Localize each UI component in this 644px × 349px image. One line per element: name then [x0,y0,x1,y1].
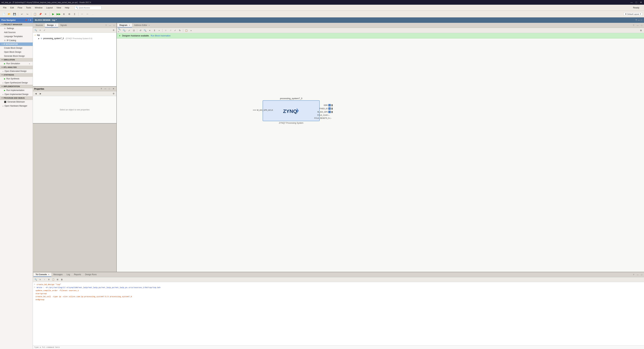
src-expand-btn[interactable]: ⤢ [42,28,46,32]
search-input[interactable] [79,7,99,9]
diag-question-icon[interactable]: ? [632,24,635,26]
nav-open-synthesized[interactable]: ▸ Open Synthesized Design [0,81,33,85]
section-project-manager-header[interactable]: ▼ PROJECT MANAGER [0,23,33,26]
sources-minimize-icon[interactable]: — [108,24,112,26]
tcl-select-all-btn[interactable]: ⊞ [56,278,59,281]
tab-signals[interactable]: Signals [58,23,69,27]
menu-window[interactable]: Window [33,6,44,10]
bd-minimize-icon[interactable]: — [638,19,640,21]
diag-fit-btn[interactable]: ⤢ [127,28,131,32]
tcl-clear-btn[interactable]: 🗑 [60,278,64,281]
layout-selector[interactable]: ⊞ Default Layout ▾ [624,13,643,16]
bd-maximize-icon[interactable]: □ [641,19,642,21]
diag-auto-connect-btn[interactable]: ↻ [178,28,182,32]
cut-btn[interactable]: ✂ [80,12,84,17]
tree-root[interactable]: ⚠ top [33,33,116,37]
tab-tcl-close[interactable]: ✕ [48,274,49,275]
delete-btn[interactable]: ✕ [43,12,48,17]
src-filter-btn[interactable]: ≡ [38,28,42,32]
question-icon[interactable]: ? [28,19,29,21]
tcl-up-btn[interactable]: ↑ [42,278,46,281]
copy-btn[interactable]: 📋 [32,12,37,17]
src-search-btn[interactable]: 🔍 [34,28,38,32]
new-btn[interactable]: 📄 [1,12,6,17]
tab-diagram[interactable]: Diagram ✕ [118,23,132,27]
menu-layout[interactable]: Layout [44,6,54,10]
section-synth-header[interactable]: ▼ SYNTHESIS [0,73,33,77]
tab-design[interactable]: Design ✕ [45,23,58,27]
nav-open-block-design[interactable]: Open Block Design [0,50,33,54]
nav-run-synthesis[interactable]: ▶ Run Synthesis [0,77,33,81]
tcl-maximize-icon[interactable]: □ [640,274,643,276]
nav-open-elaborated[interactable]: ▸ Open Elaborated Design [0,69,33,73]
undo-btn[interactable]: ↩ [20,12,24,17]
tab-tcl-console[interactable]: Tcl Console ✕ [34,273,51,277]
tcl-filter-btn[interactable]: ≡ [38,278,42,281]
sigma-btn[interactable]: Σ [72,12,77,17]
tcl-minimize-icon[interactable]: — [636,274,639,276]
tab-diagram-close[interactable]: ✕ [129,24,130,26]
diag-settings-btn[interactable]: ⚙ [639,28,643,32]
open-btn[interactable]: 📂 [7,12,12,17]
diag-report-btn[interactable]: 📋 [184,28,188,32]
props-maximize-icon[interactable]: □ [108,88,111,90]
props-back-btn[interactable]: ◀ [34,92,38,96]
paste-btn[interactable]: 📌 [38,12,42,17]
more-btn[interactable]: … [90,12,95,17]
section-ip-header[interactable]: ▼ IP INTEGRATOR [0,43,33,46]
props-question-icon[interactable]: ? [100,88,103,90]
minimize-btn[interactable]: — [630,1,633,4]
section-rtl-header[interactable]: ▼ RTL ANALYSIS [0,66,33,69]
tab-address-close[interactable]: ✕ [148,24,150,26]
window-controls[interactable]: — □ ✕ [630,1,643,4]
tab-sources[interactable]: Sources [34,23,45,27]
diag-search-btn[interactable]: 🔍 [143,28,147,32]
maximize-btn[interactable]: □ [634,1,638,4]
close-btn[interactable]: ✕ [639,1,643,4]
pin-icon[interactable]: 📌 [25,19,27,21]
diag-add-btn[interactable]: + [157,28,161,32]
nav-open-hw-manager[interactable]: ▸ Open Hardware Manager [0,104,33,108]
diag-delete-btn[interactable]: ✕ [164,28,168,32]
section-sim-header[interactable]: ▼ SIMULATION [0,58,33,62]
block-body[interactable]: M_AXI_GP0_ACLK ZYNQ TM [263,100,320,121]
tab-design-runs[interactable]: Design Runs [83,273,98,277]
menu-view[interactable]: View [55,6,63,10]
redo-btn[interactable]: ↪ [25,12,30,17]
bd-question-icon[interactable]: ? [636,19,636,21]
props-close-icon[interactable]: ✕ [112,88,115,90]
tcl-copy-btn[interactable]: 📋 [51,278,55,281]
props-forward-btn[interactable]: ▶ [38,92,42,96]
settings-btn[interactable]: ⚙ [67,12,72,17]
tab-design-close[interactable]: ✕ [55,24,56,26]
diag-connect-btn[interactable]: ↗ [168,28,172,32]
diag-distribute-btn[interactable]: ⇕ [152,28,156,32]
menu-file[interactable]: File [1,6,8,10]
diagram-canvas[interactable]: processing_system7_0 M_AXI_GP0_ACLK [117,39,644,272]
run-block-automation-link[interactable]: Run Block Automation [151,35,170,37]
port-fixed-io-plus[interactable]: + [328,107,331,110]
nav-lang-templates[interactable]: Language Templates [0,34,33,39]
sources-question-icon[interactable]: ? [104,24,108,26]
tcl-pause-btn[interactable]: ⏸ [47,278,51,281]
tcl-input[interactable] [34,346,643,348]
edit-btn[interactable]: ✏ [85,12,90,17]
save-btn[interactable]: 💾 [12,12,17,17]
nav-open-implemented[interactable]: ▸ Open Implemented Design [0,92,33,96]
diag-refresh-btn[interactable]: ↺ [138,28,142,32]
port-ddr-plus[interactable]: + [328,104,331,106]
diag-maximize-icon[interactable]: □ [640,24,643,26]
run-btn[interactable]: ▶ [51,12,56,17]
diag-select-btn[interactable]: ⊡ [132,28,136,32]
quick-search[interactable]: 🔍 [75,6,102,10]
run-all-btn[interactable]: ▶▶ [56,12,61,17]
tree-item-ps7[interactable]: ▶ ⚙ processing_system7_0 (ZYNQ7 Processi… [33,37,116,40]
nav-settings[interactable]: ⚙ Settings [0,26,33,30]
nav-run-implementation[interactable]: ▶ Run Implementation [0,88,33,92]
diag-align-btn[interactable]: ≡ [148,28,152,32]
pause-btn[interactable]: ⏸ [62,12,66,17]
section-impl-header[interactable]: ▼ IMPLEMENTATION [0,85,33,88]
tab-log[interactable]: Log [64,273,72,277]
diag-more-btn[interactable]: » [189,28,193,32]
menu-flow[interactable]: Flow [16,6,24,10]
